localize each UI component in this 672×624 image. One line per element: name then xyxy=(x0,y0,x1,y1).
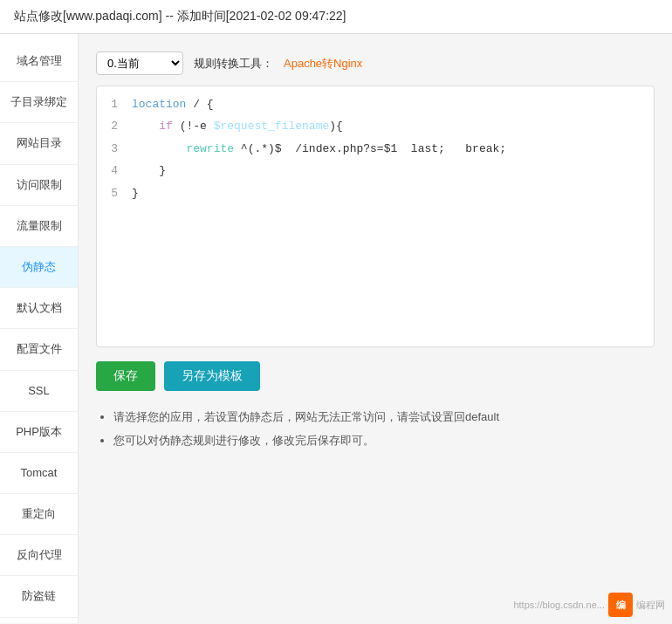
line-content: location / { xyxy=(128,94,654,114)
code-line: 3 rewrite ^(.*)$ /index.php?s=$1 last; b… xyxy=(97,138,654,160)
sidebar-item-config[interactable]: 配置文件 xyxy=(0,329,78,370)
sidebar-item-ssl[interactable]: SSL xyxy=(0,371,78,412)
code-line: 5} xyxy=(97,182,654,204)
watermark-brand: 编程网 xyxy=(636,599,665,612)
sidebar-item-default-doc[interactable]: 默认文档 xyxy=(0,288,78,329)
line-content: rewrite ^(.*)$ /index.php?s=$1 last; bre… xyxy=(128,139,654,159)
code-line: 2 if (!-e $request_filename){ xyxy=(97,115,654,137)
save-button[interactable]: 保存 xyxy=(96,361,155,391)
sidebar-item-site-dir[interactable]: 网站目录 xyxy=(0,123,78,164)
watermark-logo: 编 xyxy=(608,593,633,617)
watermark: https://blog.csdn.ne... 编 编程网 xyxy=(513,593,665,617)
line-number: 5 xyxy=(97,183,128,203)
tips-list: 请选择您的应用，若设置伪静态后，网站无法正常访问，请尝试设置回default您可… xyxy=(96,408,655,450)
tip-item: 请选择您的应用，若设置伪静态后，网站无法正常访问，请尝试设置回default xyxy=(113,408,655,427)
sidebar-item-subdir[interactable]: 子目录绑定 xyxy=(0,82,78,123)
layout: 域名管理子目录绑定网站目录访问限制流量限制伪静态默认文档配置文件SSLPHP版本… xyxy=(0,34,672,623)
title-bar: 站点修改[www.padaqi.com] -- 添加时间[2021-02-02 … xyxy=(0,0,672,34)
sidebar-item-hotlink[interactable]: 防盗链 xyxy=(0,576,78,617)
code-line: 4 } xyxy=(97,160,654,182)
sidebar-item-flow[interactable]: 流量限制 xyxy=(0,206,78,247)
tip-item: 您可以对伪静态规则进行修改，修改完后保存即可。 xyxy=(113,432,655,450)
version-select[interactable]: 0.当前 xyxy=(96,51,183,75)
line-content: } xyxy=(128,183,654,203)
sidebar-item-reverse-proxy[interactable]: 反向代理 xyxy=(0,535,78,576)
sidebar-item-tomcat[interactable]: Tomcat xyxy=(0,453,78,494)
save-as-template-button[interactable]: 另存为模板 xyxy=(164,361,260,391)
sidebar-item-pseudo-static[interactable]: 伪静态 xyxy=(0,247,78,288)
toolbar: 0.当前 规则转换工具： Apache转Nginx xyxy=(96,51,655,75)
apache-to-nginx-link[interactable]: Apache转Nginx xyxy=(284,56,362,72)
title-text: 站点修改[www.padaqi.com] -- 添加时间[2021-02-02 … xyxy=(14,9,346,23)
sidebar: 域名管理子目录绑定网站目录访问限制流量限制伪静态默认文档配置文件SSLPHP版本… xyxy=(0,34,79,623)
code-editor[interactable]: 1location / {2 if (!-e $request_filename… xyxy=(96,86,655,347)
sidebar-item-redirect[interactable]: 重定向 xyxy=(0,494,78,535)
sidebar-item-access-log[interactable]: 响应日志 xyxy=(0,618,78,623)
code-line: 1location / { xyxy=(97,93,654,115)
sidebar-item-access[interactable]: 访问限制 xyxy=(0,165,78,206)
sidebar-item-php-ver[interactable]: PHP版本 xyxy=(0,412,78,453)
line-number: 2 xyxy=(97,116,128,136)
sidebar-item-domain[interactable]: 域名管理 xyxy=(0,41,78,82)
line-number: 3 xyxy=(97,139,128,159)
line-content: } xyxy=(128,161,654,181)
line-content: if (!-e $request_filename){ xyxy=(128,116,654,136)
tool-label: 规则转换工具： xyxy=(194,56,273,72)
watermark-url: https://blog.csdn.ne... xyxy=(513,600,605,610)
main-content: 0.当前 规则转换工具： Apache转Nginx 1location / {2… xyxy=(79,34,672,623)
line-number: 4 xyxy=(97,161,128,181)
line-number: 1 xyxy=(97,94,128,114)
button-group: 保存 另存为模板 xyxy=(96,361,655,391)
